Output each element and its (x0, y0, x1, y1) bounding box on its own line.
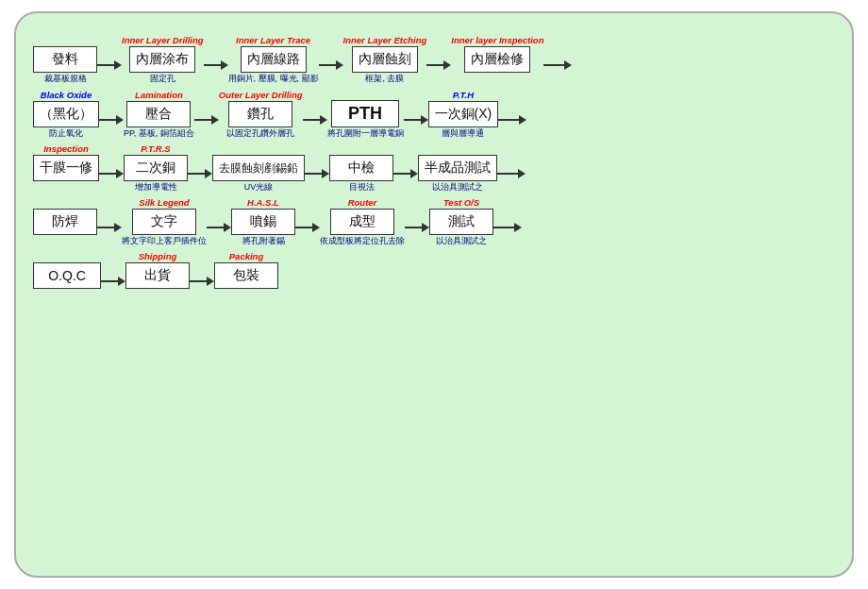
cell-label-2-1: Black Oxide (41, 89, 92, 101)
cell-2-3: Outer Layer Drilling鑽孔以固定孔鑽外層孔 (219, 89, 303, 139)
cell-label-1-3: Inner Layer Trace (236, 34, 310, 46)
cell-1-4: Inner Layer Etching內層蝕刻框架, 去膜 (343, 34, 427, 84)
cell-box-5-2: 出貨 (125, 262, 190, 289)
cell-4-5: Test O/S測試以治具測試之 (429, 196, 493, 246)
cell-box-5-3: 包裝 (214, 262, 278, 289)
cell-label-3-1: Inspection (43, 143, 89, 155)
cell-box-4-1: 防焊 (33, 209, 97, 235)
cell-3-5: 半成品測試以治具測試之 (418, 143, 497, 193)
arrow-2-3 (303, 103, 327, 125)
arrow-5-2 (190, 264, 214, 286)
cell-3-3: 去膜蝕刻剷錫鉛UV光線 (212, 143, 305, 193)
cell-4-2: Silk Legend文字將文字印上客戶插件位 (122, 196, 207, 246)
cell-sub-3-4: 目視法 (349, 181, 375, 193)
cell-label-4-4: Router (348, 196, 377, 209)
cell-3-1: Inspection干膜一修 (33, 143, 99, 193)
cell-box-1-5: 內層檢修 (464, 46, 530, 73)
cell-box-4-5: 測試 (429, 209, 493, 235)
main-container: 發料裁基板規格Inner Layer Drilling內層涂布固定孔Inner … (14, 11, 854, 578)
flow-row-3: Inspection干膜一修P.T.R.S二次銅增加導電性去膜蝕刻剷錫鉛UV光線… (33, 143, 835, 193)
cell-5-1: O.Q.C (33, 250, 101, 300)
arrow-2-1 (99, 103, 124, 125)
cell-label-2-2: Lamination (135, 89, 183, 101)
cell-3-4: 中檢目視法 (329, 143, 393, 193)
cell-sub-1-4: 框架, 去膜 (365, 73, 404, 84)
trail-arrow-1 (543, 48, 572, 70)
cell-sub-2-1: 防止氧化 (49, 127, 83, 139)
cell-box-4-4: 成型 (330, 209, 394, 235)
cell-label-4-5: Test O/S (443, 196, 479, 209)
cell-2-5: P.T.H一次銅(X)層與層導通 (428, 89, 499, 139)
cell-sub-1-2: 固定孔 (150, 73, 175, 84)
cell-sub-4-3: 將孔附著錫 (242, 235, 285, 246)
cell-label-1-5: Inner layer Inspection (451, 34, 543, 46)
cell-sub-3-3: UV光線 (244, 181, 274, 193)
cell-sub-2-2: PP, 基板, 銅箔組合 (124, 127, 194, 139)
cell-box-2-1: （黑化） (33, 101, 99, 127)
arrow-3-1 (99, 157, 124, 178)
cell-box-5-1: O.Q.C (33, 262, 101, 289)
cell-5-3: Packing包裝 (214, 250, 278, 300)
flow-area: 發料裁基板規格Inner Layer Drilling內層涂布固定孔Inner … (33, 34, 835, 300)
cell-sub-3-5: 以治具測試之 (432, 181, 483, 193)
cell-4-1: 防焊 (33, 196, 97, 246)
arrow-4-2 (207, 210, 231, 232)
arrow-3-4 (393, 157, 418, 178)
flow-row-2: Black Oxide（黑化）防止氧化Lamination壓合PP, 基板, 銅… (33, 88, 835, 139)
cell-sub-3-2: 增加導電性 (135, 181, 177, 193)
arrow-1-4 (426, 48, 451, 70)
cell-box-2-5: 一次銅(X) (428, 101, 499, 127)
cell-4-4: Router成型依成型板將定位孔去除 (320, 196, 405, 246)
cell-box-3-3: 去膜蝕刻剷錫鉛 (212, 155, 305, 181)
cell-sub-2-4: 將孔圍附一層導電銅 (327, 127, 404, 139)
trail-arrow-2 (498, 103, 526, 125)
cell-1-5: Inner layer Inspection內層檢修 (451, 34, 543, 84)
cell-1-2: Inner Layer Drilling內層涂布固定孔 (122, 34, 204, 84)
cell-label-3-2: P.T.R.S (141, 143, 170, 155)
arrow-4-1 (97, 210, 122, 232)
cell-sub-1-1: 裁基板規格 (44, 73, 87, 84)
cell-sub-2-5: 層與層導通 (442, 127, 484, 139)
trail-arrow-4 (493, 210, 522, 232)
cell-box-1-3: 內層線路 (241, 46, 307, 73)
arrow-3-2 (188, 157, 212, 178)
cell-label-4-3: H.A.S.L (247, 196, 279, 209)
cell-label-2-3: Outer Layer Drilling (219, 89, 303, 101)
cell-sub-2-3: 以固定孔鑽外層孔 (226, 127, 294, 139)
cell-box-2-4: PTH (331, 100, 399, 127)
cell-box-3-5: 半成品測試 (418, 155, 497, 181)
flow-row-1: 發料裁基板規格Inner Layer Drilling內層涂布固定孔Inner … (33, 34, 835, 84)
arrow-5-1 (101, 264, 125, 286)
cell-box-3-4: 中檢 (329, 155, 393, 181)
cell-sub-4-4: 依成型板將定位孔去除 (320, 235, 405, 246)
cell-5-2: Shipping出貨 (125, 250, 190, 300)
flow-row-5: O.Q.CShipping出貨Packing包裝 (33, 250, 835, 300)
trail-arrow-3 (497, 157, 526, 178)
cell-box-3-1: 干膜一修 (33, 155, 99, 181)
cell-1-3: Inner Layer Trace內層線路用銅片, 壓膜, 曝光, 顯影 (228, 34, 319, 84)
cell-sub-4-5: 以治具測試之 (436, 235, 487, 246)
cell-sub-1-3: 用銅片, 壓膜, 曝光, 顯影 (228, 73, 319, 84)
arrow-1-2 (204, 48, 228, 70)
cell-3-2: P.T.R.S二次銅增加導電性 (124, 143, 188, 193)
cell-4-3: H.A.S.L噴錫將孔附著錫 (231, 196, 295, 246)
cell-label-5-3: Packing (229, 250, 263, 262)
arrow-1-1 (97, 48, 122, 70)
cell-box-1-2: 內層涂布 (129, 46, 195, 73)
cell-2-2: Lamination壓合PP, 基板, 銅箔組合 (124, 89, 194, 139)
cell-2-1: Black Oxide（黑化）防止氧化 (33, 89, 99, 139)
cell-box-2-2: 壓合 (126, 101, 191, 127)
cell-label-4-2: Silk Legend (139, 196, 189, 209)
cell-box-3-2: 二次銅 (124, 155, 188, 181)
cell-box-1-4: 內層蝕刻 (352, 46, 418, 73)
arrow-4-4 (405, 210, 429, 232)
arrow-2-4 (404, 103, 428, 125)
cell-box-2-3: 鑽孔 (228, 101, 292, 127)
arrow-4-3 (295, 210, 320, 232)
cell-label-2-5: P.T.H (453, 89, 474, 101)
arrow-1-3 (319, 48, 343, 70)
flow-row-4: 防焊Silk Legend文字將文字印上客戶插件位H.A.S.L噴錫將孔附著錫R… (33, 196, 835, 246)
arrow-2-2 (194, 103, 219, 125)
arrow-3-3 (305, 157, 329, 178)
cell-2-4: PTH將孔圍附一層導電銅 (327, 88, 404, 139)
